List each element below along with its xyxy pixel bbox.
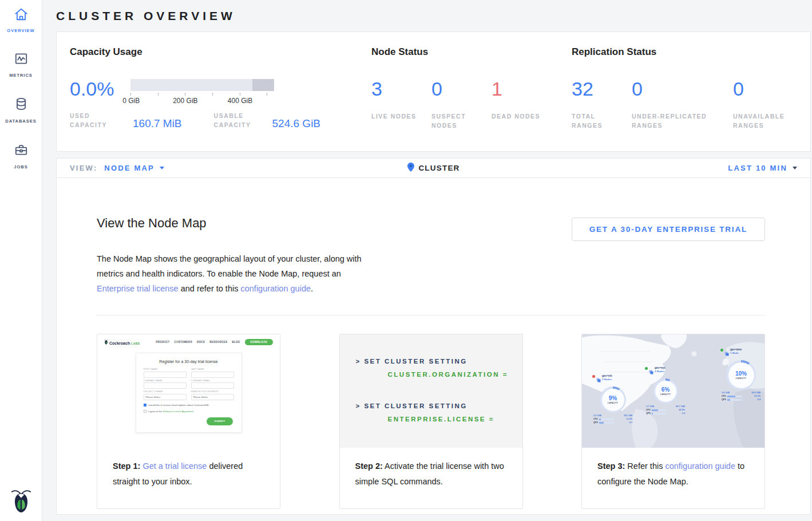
axis-tick-label: 0 GiB <box>122 97 140 105</box>
step3-caption: Step 3: Refer this configuration guide t… <box>582 448 765 489</box>
mini-form-title: Register for a 30-day trial license <box>144 360 234 364</box>
axis-tick-label: 200 GiB <box>173 97 197 105</box>
dead-nodes-label: DEAD NODES <box>492 112 544 121</box>
total-ranges-label: TOTAL RANGES <box>572 112 624 130</box>
axis-tick-label: 400 GiB <box>228 97 252 105</box>
sidebar: OVERVIEW METRICS DATABASES JOBS <box>0 0 42 521</box>
mini-submit-button: SUBMIT <box>207 417 232 425</box>
mini-license-link: Software License Agreement. <box>163 410 194 413</box>
total-ranges-count: 32 <box>572 79 632 98</box>
content-area: CLUSTER OVERVIEW Capacity Usage 0.0% <box>42 0 812 521</box>
suspect-nodes-label: SUSPECT NODES <box>431 112 484 130</box>
cpu-value: 53.3% <box>754 395 760 397</box>
mini-select: Please Select <box>144 394 187 400</box>
trial-license-site-preview-image: Cockroach LABS PRODUCT CUSTOMERS DOCS RE… <box>97 334 280 448</box>
cockroachdb-logo <box>0 488 42 514</box>
mini-field-label: COMPANY EMAIL <box>191 380 234 382</box>
gauge-percent: 10% <box>735 371 747 377</box>
mini-input <box>191 372 234 378</box>
sidebar-item-label: OVERVIEW <box>7 28 34 33</box>
view-label: VIEW: <box>70 164 97 172</box>
used-capacity-value: 160.7 MiB <box>133 118 182 129</box>
mini-field-label: REASON FOR INTEREST <box>191 390 234 393</box>
gauge-percent: 6% <box>662 387 670 393</box>
node-map-description: The Node Map shows the geographical layo… <box>97 251 366 296</box>
locality-widget-sfo: geo=sfo2 Nodes 9%CAPACITY 3.2 GiB351 GiB… <box>592 374 633 424</box>
nodes-cube-icon <box>649 366 653 377</box>
replication-status-section: Replication Status 32 TOTAL RANGES 0 UND… <box>572 46 810 151</box>
qps-label: QPS <box>722 398 726 401</box>
suspect-nodes-count: 0 <box>431 79 492 98</box>
total-capacity: 43.7 GiB <box>676 405 685 408</box>
cpu-label: CPU <box>593 418 598 420</box>
chevron-down-icon <box>793 167 797 169</box>
locality-node-count: 2 Nodes <box>655 370 666 373</box>
total-capacity: 36.6 GiB <box>751 391 760 394</box>
cockroach-labs-logo: Cockroach LABS <box>104 340 140 345</box>
mini-checkbox-checked <box>144 404 146 406</box>
sidebar-item-jobs[interactable]: JOBS <box>0 143 42 169</box>
brand-suffix: LABS <box>131 342 140 345</box>
sql-setting-line: CLUSTER.ORGANIZATION = <box>388 371 522 378</box>
qps-value: 4.7 <box>629 421 632 424</box>
capacity-gauge: 9%CAPACITY <box>600 386 626 413</box>
step3-text: Refer this <box>625 461 665 471</box>
gauge-percent: 9% <box>609 396 617 401</box>
mini-input <box>191 382 234 389</box>
healthy-status-dot <box>645 367 648 370</box>
capacity-axis-ticks <box>130 93 274 97</box>
live-nodes-label: LIVE NODES <box>371 112 424 121</box>
unavailable-ranges-count: 0 <box>733 79 793 98</box>
scope-label: CLUSTER <box>418 164 460 172</box>
cluster-summary-panel: Capacity Usage 0.0% 0 GiB 200 Gi <box>56 31 811 152</box>
mini-nav-item: BLOG <box>232 341 240 344</box>
step2-card: > SET CLUSTER SETTING CLUSTER.ORGANIZATI… <box>339 334 523 509</box>
dead-nodes-count: 1 <box>492 79 552 98</box>
divider <box>97 315 765 315</box>
mini-input <box>144 382 187 389</box>
mini-checkbox <box>144 410 146 413</box>
configuration-guide-link[interactable]: configuration guide <box>665 461 735 471</box>
mini-nav-item: PRODUCT <box>156 341 169 344</box>
configuration-guide-link[interactable]: configuration guide <box>240 284 311 293</box>
locality-widget-nyc: geo=nyc2 Nodes 6%CAPACITY 3.7 GiB43.7 Gi… <box>645 366 686 415</box>
capacity-gauge: 6%CAPACITY <box>653 378 678 404</box>
sql-commands-preview-image: > SET CLUSTER SETTING CLUSTER.ORGANIZATI… <box>340 334 522 448</box>
step1-caption: Step 1: Get a trial license delivered st… <box>97 448 280 489</box>
view-selector-value: NODE MAP <box>104 164 155 172</box>
used-capacity-label: USED CAPACITY <box>70 111 120 129</box>
gauge-capacity-label: CAPACITY <box>608 402 618 404</box>
node-map-heading: View the Node Map <box>97 216 207 231</box>
node-map-panel: View the Node Map GET A 30-DAY ENTERPRIS… <box>56 177 811 515</box>
step1-card: Cockroach LABS PRODUCT CUSTOMERS DOCS RE… <box>97 334 280 509</box>
sidebar-item-label: JOBS <box>14 164 27 169</box>
capacity-bar-usable-segment <box>130 79 252 91</box>
time-range-dropdown[interactable]: LAST 10 MIN <box>728 164 797 172</box>
sidebar-item-overview[interactable]: OVERVIEW <box>0 7 42 33</box>
enterprise-trial-license-link[interactable]: Enterprise trial license <box>97 284 179 293</box>
sidebar-item-label: DATABASES <box>5 119 37 124</box>
time-range-value: LAST 10 MIN <box>728 164 787 172</box>
view-toolbar: VIEW: NODE MAP CLUSTER LAST 10 MIN <box>56 158 811 178</box>
step2-caption: Step 2: Activate the trial license with … <box>340 448 522 489</box>
qps-value: 8.4 <box>758 398 760 401</box>
page-title: CLUSTER OVERVIEW <box>56 0 811 31</box>
total-capacity: 351 GiB <box>624 414 632 417</box>
mini-checkbox-label: I would like to receive email updates ab… <box>148 404 209 406</box>
nodes-cube-icon <box>724 348 729 358</box>
healthy-status-dot <box>720 349 723 352</box>
capacity-usage-title: Capacity Usage <box>70 46 371 58</box>
sidebar-item-metrics[interactable]: METRICS <box>0 52 42 78</box>
mini-download-button: DOWNLOAD <box>245 339 273 345</box>
sidebar-item-databases[interactable]: DATABASES <box>0 97 42 124</box>
capacity-gauge: 10%CAPACITY <box>726 360 756 390</box>
step1-label: Step 1: <box>113 461 140 471</box>
unavailable-ranges-label: UNAVAILABLE RANGES <box>733 112 786 130</box>
get-trial-license-link[interactable]: Get a trial license <box>142 461 207 471</box>
description-text: The Node Map shows the geographical layo… <box>97 254 362 278</box>
view-selector-dropdown[interactable]: NODE MAP <box>104 164 164 172</box>
cluster-overview-page: OVERVIEW METRICS DATABASES JOBS <box>0 0 812 521</box>
node-status-section: Node Status 3 LIVE NODES 0 SUSPECT NODES… <box>371 46 572 151</box>
live-nodes-count: 3 <box>371 79 431 98</box>
enterprise-trial-button[interactable]: GET A 30-DAY ENTERPRISE TRIAL <box>572 218 765 241</box>
